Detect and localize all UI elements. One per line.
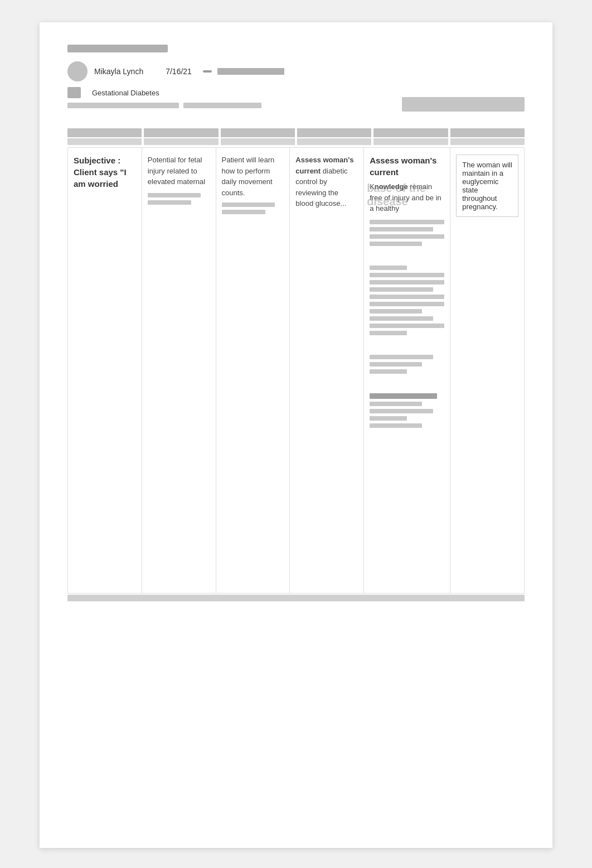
ab5	[370, 266, 407, 270]
date-bar	[217, 68, 284, 75]
blur-2	[148, 200, 191, 205]
subjective-title: Subjective : Client says "I am worried	[74, 155, 136, 190]
ab12	[370, 316, 433, 321]
assess-blurred-mid	[370, 266, 444, 335]
spacer1	[370, 249, 444, 260]
spacer3	[370, 377, 444, 388]
header-meta-row: Mikayla Lynch 7/16/21 Gestational Diabet…	[67, 61, 525, 112]
sub-cell-4	[297, 138, 371, 145]
col-assess-current: Assess woman's current base of thediseas…	[364, 148, 450, 593]
sub-cell-3	[221, 138, 295, 145]
assess-current-title: Assess woman's current	[370, 155, 444, 178]
ab13	[370, 324, 444, 328]
header-cell-2	[144, 128, 218, 137]
col-assess-action: Assess woman's current diabetic control …	[290, 148, 364, 593]
ab11	[370, 309, 422, 314]
ab1	[370, 220, 444, 224]
assess-blurred-top	[370, 220, 444, 246]
blur-1	[148, 193, 201, 197]
ab6	[370, 273, 444, 277]
potential-blurred	[148, 193, 210, 205]
patient-will-text: Patient will learn how to perform daily …	[222, 155, 284, 198]
diagnosis-label: Gestational Diabetes	[92, 89, 159, 97]
page: Mikayla Lynch 7/16/21 Gestational Diabet…	[40, 22, 552, 848]
date-badge	[203, 70, 212, 73]
table-header-row	[67, 128, 525, 137]
subjective-title-text: Subjective	[74, 156, 115, 165]
header-section: Mikayla Lynch 7/16/21 Gestational Diabet…	[67, 45, 525, 112]
bottom-bars	[67, 103, 402, 112]
potential-title: Potential for fetal injury related to el…	[148, 155, 210, 187]
header-title-bar	[67, 45, 168, 52]
header-cell-5	[373, 128, 448, 137]
patient-date: 7/16/21	[166, 67, 192, 76]
sub-cell-1	[67, 138, 142, 145]
col-patient: Patient will learn how to perform daily …	[216, 148, 290, 593]
ab19	[370, 409, 433, 413]
spacer2	[370, 338, 444, 349]
outcome-text: The woman will maintain in a euglycemic …	[462, 161, 512, 211]
bold-bar	[370, 393, 437, 399]
avatar	[67, 61, 88, 81]
sub-cell-5	[373, 138, 448, 145]
assess-blurred-bot	[370, 355, 444, 374]
ab16	[370, 362, 422, 367]
assess-blurred-extra	[370, 393, 444, 428]
ab15	[370, 355, 433, 359]
ab14	[370, 331, 407, 335]
header-cell-1	[67, 128, 142, 137]
ab8	[370, 287, 433, 292]
ab7	[370, 280, 444, 284]
bar1	[67, 103, 179, 108]
sub-cell-6	[450, 138, 525, 145]
outcome-box: The woman will maintain in a euglycemic …	[456, 155, 518, 217]
patient-blurred	[222, 202, 284, 214]
blur-p1	[222, 202, 275, 207]
table-body: Subjective : Client says "I am worried P…	[67, 147, 525, 594]
header-meta-left: Mikayla Lynch 7/16/21 Gestational Diabet…	[67, 61, 402, 112]
table-sub-header-row	[67, 138, 525, 145]
right-badge	[402, 97, 525, 112]
assess-title-text: Assess woman's current	[370, 156, 436, 177]
header-cell-6	[450, 128, 525, 137]
diagnosis-row: Gestational Diabetes	[67, 87, 402, 98]
ab4	[370, 242, 422, 246]
blur-p2	[222, 210, 265, 214]
bar2	[183, 103, 261, 108]
col-potential: Potential for fetal injury related to el…	[142, 148, 216, 593]
assess-current-text: Knowledge remain free of injury and be i…	[370, 181, 444, 214]
ab10	[370, 302, 444, 306]
ab17	[370, 369, 407, 374]
header-right	[402, 97, 525, 112]
col-subjective: Subjective : Client says "I am worried	[68, 148, 142, 593]
col-outcome: The woman will maintain in a euglycemic …	[450, 148, 524, 593]
ab18	[370, 402, 422, 406]
ab3	[370, 234, 444, 239]
header-cell-4	[297, 128, 371, 137]
sub-cell-2	[144, 138, 218, 145]
assess-action-text: Assess woman's current diabetic control …	[295, 155, 358, 209]
assess-knowledge-text: Knowledge remain free of injury and be i…	[370, 182, 441, 213]
ab2	[370, 227, 433, 232]
patient-name: Mikayla Lynch	[94, 67, 143, 76]
patient-row: Mikayla Lynch 7/16/21	[67, 61, 402, 81]
field-icon	[67, 87, 81, 98]
header-cell-3	[221, 128, 295, 137]
table-section: Subjective : Client says "I am worried P…	[67, 128, 525, 601]
table-bottom-bar	[67, 595, 525, 601]
ab9	[370, 295, 444, 299]
ab20	[370, 416, 407, 421]
ab21	[370, 423, 422, 428]
